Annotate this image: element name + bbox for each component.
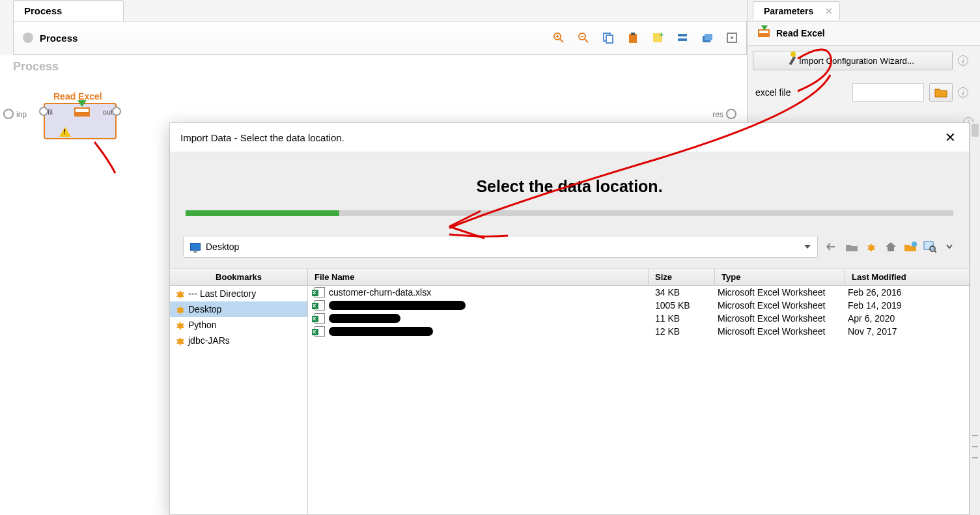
process-header: Process + [13,21,747,55]
operator-port-out-label: out [103,108,113,116]
desktop-icon [190,243,201,251]
bookmark-label: jdbc-JARs [188,335,230,346]
star-icon [176,337,184,344]
copy-icon[interactable] [602,31,615,44]
operator-port-out-dot[interactable] [112,107,121,116]
bookmark-item[interactable]: jdbc-JARs [170,333,307,348]
svg-rect-20 [924,242,933,249]
column-header-modified[interactable]: Last Modified [845,269,969,285]
file-row[interactable]: 12 KBMicrosoft Excel WorksheetNov 7, 201… [308,325,969,338]
file-size: 1005 KB [649,300,715,311]
view-search-icon[interactable] [923,240,936,253]
up-folder-icon[interactable] [845,240,858,253]
import-data-dialog: Import Data - Select the data location. … [169,122,970,515]
file-type: Microsoft Excel Worksheet [715,313,845,324]
bookmark-label: --- Last Directory [188,288,256,299]
svg-line-1 [560,39,563,42]
dialog-title: Import Data - Select the data location. [180,132,344,143]
star-icon [176,322,184,328]
browse-folder-button[interactable] [929,83,953,102]
fit-icon[interactable] [725,31,738,44]
operator-warning-icon [59,127,71,137]
operator-read-excel[interactable]: fil out [44,103,117,139]
bookmark-item[interactable]: Python [170,317,307,333]
info-icon[interactable]: i [958,87,968,98]
file-modified: Feb 26, 2016 [845,287,969,298]
wand-icon [789,56,796,65]
zoom-out-icon[interactable] [577,31,590,44]
chevron-down-icon[interactable] [943,240,956,253]
svg-rect-10 [631,33,635,35]
dialog-progress [186,210,953,216]
file-row[interactable]: customer-churn-data.xlsx34 KBMicrosoft E… [308,286,969,299]
column-header-name[interactable]: File Name [308,269,649,285]
chevron-down-icon [804,245,811,249]
svg-rect-14 [678,38,687,41]
file-size: 11 KB [649,313,715,324]
scrollbar-thumb[interactable] [972,124,979,137]
star-icon [176,290,184,297]
process-header-label: Process [40,33,77,44]
close-icon[interactable]: ✕ [825,6,833,16]
dialog-titlebar: Import Data - Select the data location. … [170,123,969,152]
file-type: Microsoft Excel Worksheet [715,287,845,298]
process-toolbar: + [552,31,746,44]
svg-rect-13 [678,34,687,36]
operator-arrow-icon [77,100,87,107]
parameters-tab-label: Parameters [764,6,813,16]
redacted-filename [329,301,466,310]
file-modified: Feb 14, 2019 [845,300,969,311]
column-header-type[interactable]: Type [715,269,845,285]
paste-icon[interactable] [626,31,639,44]
bookmark-add-icon[interactable] [865,240,878,253]
operator-port-in-dot[interactable] [39,107,48,116]
canvas-title: Process [13,60,59,74]
file-row[interactable]: 1005 KBMicrosoft Excel WorksheetFeb 14, … [308,299,969,312]
dialog-close-button[interactable]: ✕ [942,131,959,144]
import-configuration-wizard-button[interactable]: Import Configuration Wizard... [753,51,953,70]
svg-point-18 [731,36,733,39]
file-type: Microsoft Excel Worksheet [715,326,845,337]
note-add-icon[interactable]: + [651,31,664,44]
svg-line-5 [585,39,588,42]
dialog-progress-done [186,210,339,216]
svg-text:+: + [660,32,664,38]
bookmarks-panel: Bookmarks --- Last DirectoryDesktopPytho… [170,269,308,514]
home-icon[interactable] [884,240,897,253]
info-icon[interactable]: i [958,55,968,66]
wizard-button-label: Import Configuration Wizard... [799,56,914,66]
file-type: Microsoft Excel Worksheet [715,300,845,311]
process-tab[interactable]: Process [13,0,124,21]
bookmark-label: Desktop [188,304,221,314]
bookmarks-header: Bookmarks [170,269,307,286]
canvas-port-res[interactable] [726,109,736,119]
excel-file-icon [315,300,325,311]
new-folder-icon[interactable] [904,240,917,253]
back-icon[interactable] [826,240,839,253]
dialog-heading: Select the data location. [186,177,953,196]
column-header-size[interactable]: Size [649,269,715,285]
canvas-port-inp[interactable] [3,109,14,119]
excel-file-input[interactable] [852,83,924,102]
bookmark-label: Python [188,320,217,330]
excel-file-label: excel file [755,87,847,98]
scrollbar-grip-icon [972,435,978,458]
svg-rect-16 [705,34,712,40]
bookmark-item[interactable]: Desktop [170,301,307,317]
parameters-tab[interactable]: Parameters ✕ [753,1,840,20]
layers-icon[interactable] [701,31,714,44]
process-bullet-icon [23,33,33,43]
svg-point-19 [912,242,917,247]
file-size: 34 KB [649,287,715,298]
operator-excel-icon [74,107,90,117]
reorder-icon[interactable] [676,31,689,44]
path-dropdown[interactable]: Desktop [183,236,818,258]
operator-port-in-label: fil [48,108,53,116]
file-row[interactable]: 11 KBMicrosoft Excel WorksheetApr 6, 202… [308,312,969,325]
bookmark-item[interactable]: --- Last Directory [170,286,307,301]
zoom-in-icon[interactable] [552,31,565,44]
vertical-scrollbar[interactable] [970,122,980,515]
parameters-operator-icon [758,29,770,37]
dialog-header: Select the data location. [170,152,969,225]
file-list-header: File Name Size Type Last Modified [308,269,969,286]
